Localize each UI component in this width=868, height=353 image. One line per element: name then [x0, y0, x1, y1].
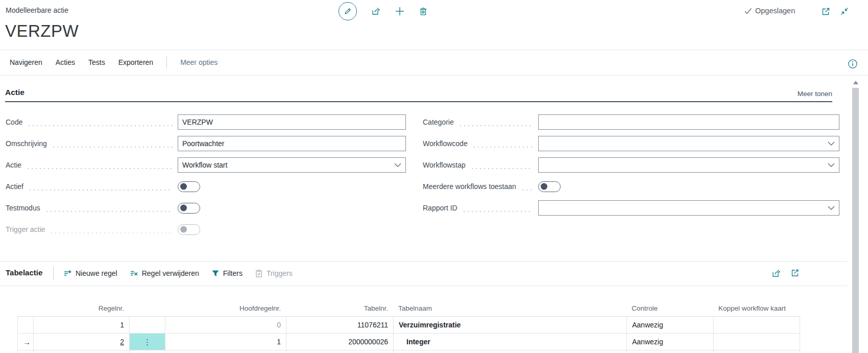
- row-selector-cell[interactable]: [17, 317, 33, 333]
- column-header-regelnr[interactable]: Regelnr.: [33, 304, 129, 312]
- field-label: Rapport ID: [423, 204, 457, 212]
- menu-exporteren[interactable]: Exporteren: [118, 58, 153, 66]
- edit-button[interactable]: [339, 2, 357, 20]
- actief-toggle[interactable]: [178, 181, 200, 192]
- hoofdregelnr-cell: [165, 350, 286, 353]
- table-header-row: Regelnr. Hoofdregelnr. Tabelnr. Tabelnaa…: [17, 300, 800, 317]
- divider: [0, 50, 868, 50]
- regel-verwijderen-button[interactable]: Regel verwijderen: [130, 269, 199, 278]
- menu-navigeren[interactable]: Navigeren: [10, 58, 42, 66]
- field-row-omschrijving: Omschrijving: [6, 136, 406, 151]
- workflowstap-select[interactable]: [538, 157, 839, 173]
- koppel-cell[interactable]: [713, 334, 800, 350]
- field-row-rapport-id: Rapport ID: [423, 200, 839, 216]
- field-label: Actief: [6, 182, 23, 191]
- page-caption: Modelleerbare actie: [6, 6, 68, 14]
- field-row-categorie: Categorie: [423, 114, 839, 130]
- delete-button[interactable]: [419, 7, 428, 16]
- testmodus-toggle[interactable]: [178, 203, 200, 214]
- workflowcode-select[interactable]: [538, 136, 839, 151]
- toggle-knob: [180, 205, 187, 211]
- column-header-tabelnr[interactable]: Tabelnr.: [286, 304, 393, 312]
- new-line-icon: [63, 269, 72, 278]
- regelnr-link[interactable]: 2: [120, 338, 124, 346]
- scrollbar-up-arrow[interactable]: [853, 81, 858, 84]
- collapse-button[interactable]: [840, 7, 849, 16]
- row-selector-cell[interactable]: →: [17, 334, 33, 350]
- hoofdregelnr-cell[interactable]: 0: [165, 317, 286, 333]
- tabelnr-cell[interactable]: 11076211: [286, 317, 393, 333]
- omschrijving-field[interactable]: [178, 136, 406, 151]
- pencil-icon: [343, 7, 352, 16]
- rapport-id-select[interactable]: [538, 200, 839, 216]
- toggle-knob: [180, 226, 187, 233]
- show-more-link[interactable]: Meer tonen: [797, 90, 832, 98]
- field-row-testmodus: Testmodus: [6, 200, 406, 216]
- row-options-cell: [129, 350, 165, 353]
- menu-divider: [166, 56, 167, 68]
- divider: [0, 286, 848, 286]
- trash-icon: [419, 7, 428, 16]
- tabelactie-table: Regelnr. Hoofdregelnr. Tabelnr. Tabelnaa…: [17, 300, 800, 353]
- actie-section-title[interactable]: Actie: [5, 88, 25, 97]
- open-in-window-button[interactable]: [790, 268, 800, 278]
- code-field[interactable]: [178, 114, 406, 130]
- modelleerbare-actie-card: Modelleerbare actie VERZPW Opgesla: [0, 0, 868, 353]
- plus-icon: [395, 6, 405, 16]
- field-row-meerdere-workflows: Meerdere workflows toestaan: [423, 179, 839, 194]
- dotted-leader: [28, 189, 173, 191]
- column-header-hoofdregelnr[interactable]: Hoofdregelnr.: [165, 304, 286, 312]
- hoofdregelnr-cell[interactable]: 1: [165, 334, 286, 350]
- dotted-leader: [27, 125, 173, 127]
- dotted-leader: [462, 210, 533, 213]
- toggle-knob: [180, 183, 187, 190]
- controle-cell[interactable]: Aanwezig: [626, 317, 713, 333]
- info-icon: [848, 59, 858, 69]
- popout-button[interactable]: [821, 7, 831, 16]
- filters-button[interactable]: Filters: [211, 269, 243, 277]
- row-options-cell[interactable]: ⋮: [129, 334, 165, 350]
- tabelnr-cell[interactable]: 2000000026: [286, 334, 393, 350]
- menu-acties[interactable]: Acties: [56, 58, 75, 66]
- regelnr-cell[interactable]: 2: [33, 334, 129, 350]
- tabelnaam-cell[interactable]: Integer: [393, 334, 626, 350]
- actie-select[interactable]: [178, 157, 406, 173]
- tabelactie-section-title[interactable]: Tabelactie: [6, 268, 42, 277]
- controle-cell: [626, 350, 713, 353]
- koppel-cell[interactable]: [713, 317, 800, 333]
- column-header-controle[interactable]: Controle: [626, 304, 713, 312]
- field-row-code: Code: [6, 114, 406, 130]
- new-button[interactable]: [395, 6, 405, 16]
- info-button[interactable]: [848, 59, 858, 69]
- toolbar-item-label: Filters: [223, 269, 243, 277]
- menu-tests[interactable]: Tests: [88, 58, 105, 66]
- toolbar-item-label: Regel verwijderen: [142, 269, 199, 277]
- row-options-cell[interactable]: [129, 317, 165, 333]
- table-row-partial: [17, 350, 800, 353]
- field-label: Workflowcode: [423, 139, 468, 148]
- field-label: Trigger actie: [6, 225, 45, 233]
- scrollbar-thumb[interactable]: [852, 88, 859, 353]
- dotted-leader: [459, 125, 533, 127]
- save-status-label: Opgeslagen: [755, 7, 795, 15]
- meerdere-workflows-toggle[interactable]: [538, 181, 561, 192]
- filter-icon: [211, 269, 220, 277]
- tabelactie-part-icons: [771, 268, 800, 278]
- share-button[interactable]: [371, 6, 381, 16]
- nieuwe-regel-button[interactable]: Nieuwe regel: [63, 269, 117, 278]
- current-row-arrow-icon: →: [23, 338, 31, 346]
- share-part-button[interactable]: [771, 268, 781, 278]
- column-header-koppel[interactable]: Koppel workflow kaart: [713, 304, 800, 312]
- menu-meer-opties[interactable]: Meer opties: [180, 58, 218, 66]
- controle-cell[interactable]: Aanwezig: [626, 334, 713, 350]
- dotted-leader: [45, 210, 173, 213]
- categorie-field[interactable]: [538, 114, 839, 130]
- tabelnaam-cell[interactable]: Verzuimregistratie: [393, 317, 626, 333]
- save-status: Opgeslagen: [744, 7, 795, 15]
- tabelactie-toolbar: Nieuwe regel Regel verwijderen Filters T…: [63, 267, 293, 280]
- page-title: VERZPW: [5, 21, 79, 41]
- column-header-tabelnaam[interactable]: Tabelnaam: [393, 304, 626, 312]
- regelnr-cell[interactable]: 1: [33, 317, 129, 333]
- field-row-workflowcode: Workflowcode: [423, 136, 839, 151]
- dotted-leader: [52, 146, 173, 148]
